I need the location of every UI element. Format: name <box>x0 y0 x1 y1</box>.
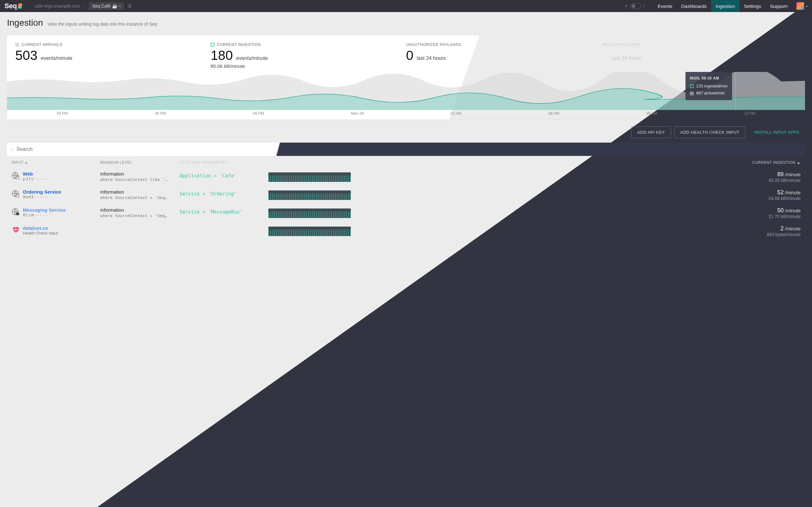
sparkline <box>268 209 351 218</box>
stats-panel: CURRENT ARRIVALS 503 events/minute CURRE… <box>7 36 805 119</box>
nav-events[interactable]: Events <box>653 0 677 12</box>
stat-unit: last 24 hours <box>417 55 446 61</box>
col-input[interactable]: INPUT ◆ <box>11 160 100 165</box>
stat-value: 0 <box>406 49 413 62</box>
x-tick: 06 PM <box>155 111 166 116</box>
rate-unit: /minute <box>785 226 801 231</box>
sort-icon: ◆ <box>25 160 28 165</box>
logo-mark-icon <box>17 3 22 9</box>
search-bar[interactable]: ⌕ <box>7 143 805 156</box>
where-clause: where SourceContext = 'Seq… <box>100 195 180 200</box>
tooltip-arrived: 667 arrived/min <box>696 90 725 97</box>
rate-value: 2 <box>780 225 784 232</box>
workspace-label: Seq Café ☕ <box>92 3 117 9</box>
rate-value: 50 <box>777 207 784 214</box>
input-id: pJfc····· <box>23 176 48 181</box>
avatar[interactable] <box>797 2 804 10</box>
where-clause: where SourceContext = 'Seq… <box>100 213 180 218</box>
nav-dashboards[interactable]: Dashboards <box>676 0 711 12</box>
table-row[interactable]: Messaging Service0lzm····· Informationwh… <box>7 204 805 222</box>
action-bar: ADD API KEY ADD HEALTH CHECK INPUT INSTA… <box>0 119 812 138</box>
tooltip-time: MON, 08:35 AM <box>690 75 728 81</box>
col-props[interactable]: ATTACHED PROPERTIES <box>180 160 268 165</box>
x-tick: 03 PM <box>57 111 68 116</box>
stat-label: CURRENT INGESTION <box>217 43 261 47</box>
table-header: INPUT ◆ MINIMUM LEVEL ATTACHED PROPERTIE… <box>7 156 805 168</box>
svg-rect-1 <box>16 176 19 179</box>
rate-value: 52 <box>777 189 784 195</box>
ingestion-chart[interactable]: MON, 08:35 AM 225 ingested/min 667 arriv… <box>7 72 805 119</box>
swatch-ingestion-icon <box>690 84 694 88</box>
save-icon[interactable]: 🖫 <box>127 3 132 9</box>
x-tick: 09 AM <box>647 111 657 116</box>
input-name: Ordering Service <box>23 189 61 194</box>
x-tick: Mon 29 <box>351 111 363 116</box>
nav-support[interactable]: Support ▾ <box>765 0 793 12</box>
rate-unit: /minute <box>785 172 801 177</box>
globe-lock-icon <box>11 172 20 180</box>
stat-invalid: INVALID PAYLOADS 0 last 24 hours <box>601 43 797 69</box>
table-row[interactable]: Ordering Service9oHI····· Informationwhe… <box>7 186 805 204</box>
search-input[interactable] <box>16 147 801 152</box>
x-tick: 03 AM <box>451 111 461 116</box>
col-rate[interactable]: CURRENT INGESTION ▲ <box>351 160 801 165</box>
add-health-check-button[interactable]: ADD HEALTH CHECK INPUT <box>674 126 745 138</box>
level-text: Information <box>100 189 124 194</box>
table-row[interactable]: WebpJfc····· Informationwhere SourceCont… <box>7 168 805 186</box>
stat-label: CURRENT ARRIVALS <box>21 43 62 47</box>
chart-x-axis: 03 PM 06 PM 09 PM Mon 29 03 AM 06 AM 09 … <box>7 110 805 119</box>
attached-property: Service = 'Ordering' <box>180 189 268 197</box>
workspace-picker[interactable]: Seq Café ☕ ▾ <box>89 2 124 10</box>
inputs-table: ⌕ INPUT ◆ MINIMUM LEVEL ATTACHED PROPERT… <box>7 143 805 240</box>
rate-bytes: 45.25 kB/minute <box>351 178 801 183</box>
stat-arrivals: CURRENT ARRIVALS 503 events/minute <box>15 43 211 69</box>
table-row[interactable]: datalust.coHealth Check Input 2 /minute8… <box>7 222 805 240</box>
input-name: Messaging Service <box>23 207 66 213</box>
stat-label: INVALID PAYLOADS <box>601 43 640 47</box>
tooltip-ingested: 225 ingested/min <box>696 83 728 90</box>
swatch-arrivals-icon <box>690 92 694 95</box>
chart-tooltip: MON, 08:35 AM 225 ingested/min 667 arriv… <box>686 72 732 100</box>
stat-label: UNAUTHORIZED PAYLOADS <box>406 43 461 47</box>
nav-ingestion[interactable]: Ingestion <box>711 0 740 12</box>
chevron-down-icon: ▾ <box>119 4 121 8</box>
page-header: Ingestion View the inputs writing log da… <box>0 12 812 30</box>
stat-unit: events/minute <box>41 55 72 61</box>
swatch-ingestion-icon <box>211 43 214 47</box>
chevron-down-icon: ▾ <box>786 4 788 8</box>
stat-ingestion: CURRENT INGESTION 180 events/minute 85.0… <box>211 43 406 69</box>
host-breadcrumb: cafe-logs.example.com <box>35 3 80 9</box>
logo[interactable]: Seq <box>4 2 22 10</box>
stat-value: 503 <box>15 49 38 62</box>
where-clause: where SourceContext like '… <box>100 177 180 182</box>
chevron-down-icon[interactable]: ▾ <box>806 4 808 8</box>
sparkline <box>268 227 351 236</box>
sort-asc-icon: ▲ <box>797 160 801 165</box>
rate-bytes: 24.58 kB/minute <box>351 196 801 201</box>
col-level[interactable]: MINIMUM LEVEL <box>100 160 180 165</box>
attached-property: Application = 'Cafe' <box>180 171 268 179</box>
sparkline <box>268 172 351 182</box>
top-nav: Seq cafe-logs.example.com | Seq Café ☕ ▾… <box>0 0 812 12</box>
search-icon: ⌕ <box>11 147 14 152</box>
input-id: 9oHI····· <box>23 194 61 199</box>
x-tick: 09 PM <box>253 111 264 116</box>
nav-settings[interactable]: Settings <box>740 0 765 12</box>
page-title: Ingestion <box>7 18 43 28</box>
add-api-key-button[interactable]: ADD API KEY <box>631 126 671 138</box>
globe-lock-icon <box>11 208 20 216</box>
theme-toggle[interactable]: ☀ ☾ <box>624 3 647 9</box>
stat-unit: events/minute <box>236 55 268 61</box>
level-text: Information <box>100 171 124 176</box>
input-id: 0lzm····· <box>23 213 66 217</box>
rate-unit: /minute <box>785 208 801 213</box>
input-name: Web <box>23 171 48 176</box>
rate-bytes: 21.70 kB/minute <box>351 214 801 219</box>
install-input-apps-link[interactable]: INSTALL INPUT APPS <box>749 126 805 138</box>
stat-unauthorized: UNAUTHORIZED PAYLOADS 0 last 24 hours <box>406 43 601 69</box>
stat-value: 180 <box>211 49 233 62</box>
rate-value: 89 <box>777 171 784 177</box>
toggle-track <box>630 3 641 9</box>
svg-rect-5 <box>16 213 19 215</box>
stat-unit: last 24 hours <box>612 55 641 61</box>
